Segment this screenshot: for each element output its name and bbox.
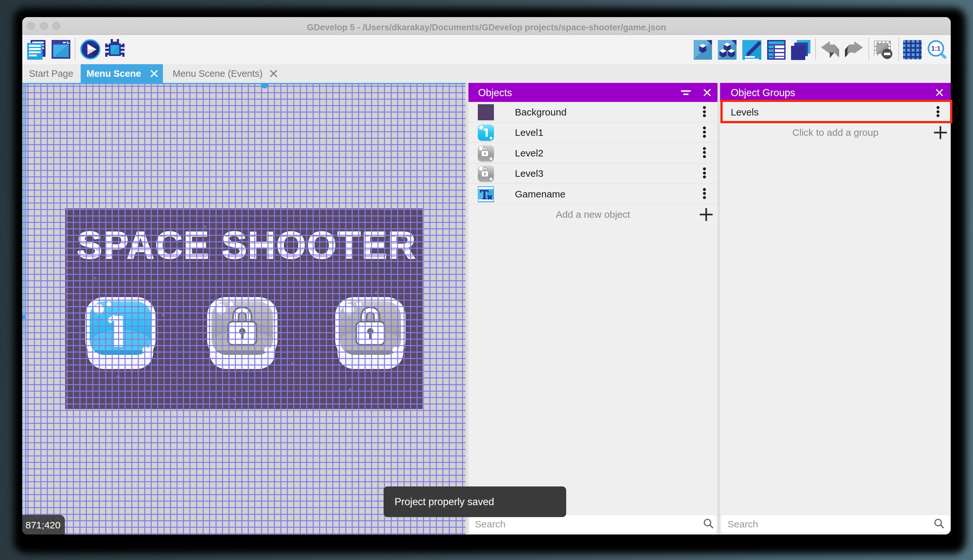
svg-text:1:1: 1:1 bbox=[931, 45, 941, 52]
